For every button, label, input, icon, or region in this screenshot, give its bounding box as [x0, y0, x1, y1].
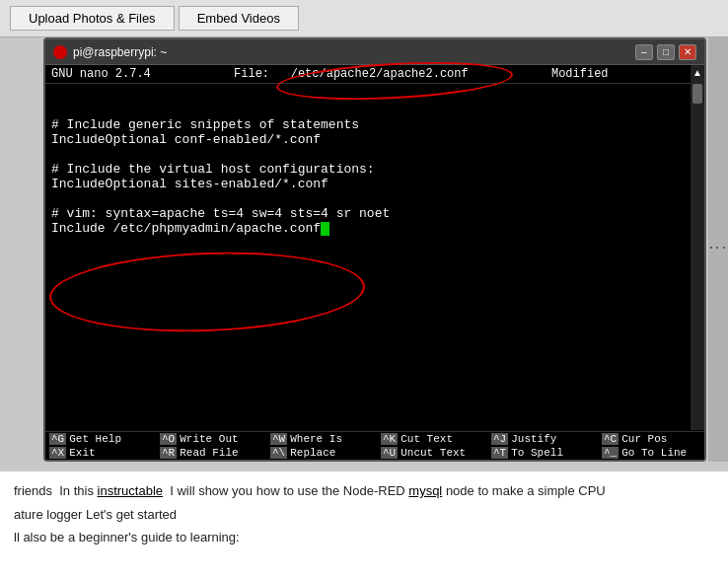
nano-header: GNU nano 2.7.4 File: /etc/apache2/apache… [45, 65, 704, 84]
nano-filepath: /etc/apache2/apache2.conf [291, 67, 469, 81]
footer-where-is: ^W Where Is [270, 433, 369, 445]
side-panel: ⋮ [708, 37, 728, 462]
line-8: # vim: syntax=apache ts=4 sw=4 sts=4 sr … [51, 206, 390, 221]
nano-modified: Modified [551, 67, 609, 81]
scroll-thumb[interactable] [692, 84, 702, 104]
pi-icon [53, 45, 67, 59]
instructable-link[interactable]: instructable [98, 483, 163, 498]
top-bar: Upload Photos & Files Embed Videos [0, 0, 728, 37]
footer-row-2: ^X Exit ^R Read File ^\ Replace ^U Uncut… [45, 446, 704, 460]
bottom-para-2: ature logger Let's get started [14, 505, 714, 525]
line-5: # Include the virtual host configuration… [51, 162, 375, 177]
minimize-btn[interactable]: – [635, 44, 653, 60]
maximize-btn[interactable]: □ [657, 44, 675, 60]
bottom-para-3: ll also be a beginner's guide to learnin… [14, 528, 714, 547]
footer-uncut: ^U Uncut Text [381, 447, 479, 459]
bottom-content: friends In this instructable I will show… [0, 471, 728, 580]
footer-write-out: ^O Write Out [160, 433, 258, 445]
close-btn[interactable]: ✕ [679, 44, 696, 60]
text-cursor [321, 222, 329, 236]
nano-footer: ^G Get Help ^O Write Out ^W Where Is ^K … [45, 431, 704, 460]
footer-get-help: ^G Get Help [49, 433, 148, 445]
footer-go-to-line: ^_ Go To Line [602, 447, 700, 459]
embed-btn[interactable]: Embed Videos [179, 6, 299, 31]
mysql-link[interactable]: mysql [408, 483, 442, 498]
footer-cur-pos: ^C Cur Pos [602, 433, 700, 445]
upload-btn[interactable]: Upload Photos & Files [10, 6, 175, 31]
bottom-para-1: friends In this instructable I will show… [14, 481, 714, 501]
line-6: IncludeOptional sites-enabled/*.conf [51, 177, 328, 191]
footer-read-file: ^R Read File [160, 447, 258, 459]
nano-version: GNU nano 2.7.4 [51, 67, 151, 81]
footer-cut-text: ^K Cut Text [381, 433, 479, 445]
scroll-up-arrow[interactable]: ▲ [691, 65, 704, 80]
line-2: # Include generic snippets of statements [51, 117, 359, 132]
scrollbar[interactable]: ▲ [691, 65, 704, 430]
terminal-body[interactable]: # Include generic snippets of statements… [45, 84, 704, 431]
terminal-title-text: pi@raspberrypi: ~ [73, 45, 167, 59]
footer-row-1: ^G Get Help ^O Write Out ^W Where Is ^K … [45, 432, 704, 446]
terminal-controls: – □ ✕ [635, 44, 696, 60]
line-9: Include /etc/phpmyadmin/apache.conf [51, 221, 329, 236]
line-3: IncludeOptional conf-enabled/*.conf [51, 132, 321, 147]
footer-justify: ^J Justify [491, 433, 590, 445]
footer-exit: ^X Exit [49, 447, 148, 459]
footer-to-spell: ^T To Spell [491, 447, 590, 459]
footer-replace: ^\ Replace [270, 447, 369, 459]
terminal-titlebar: pi@raspberrypi: ~ – □ ✕ [45, 39, 704, 65]
side-dots: ⋮ [707, 239, 728, 260]
nano-file: File: /etc/apache2/apache2.conf [234, 67, 469, 81]
terminal-title: pi@raspberrypi: ~ [53, 45, 167, 59]
terminal-window: pi@raspberrypi: ~ – □ ✕ GNU nano 2.7.4 F… [43, 37, 706, 462]
